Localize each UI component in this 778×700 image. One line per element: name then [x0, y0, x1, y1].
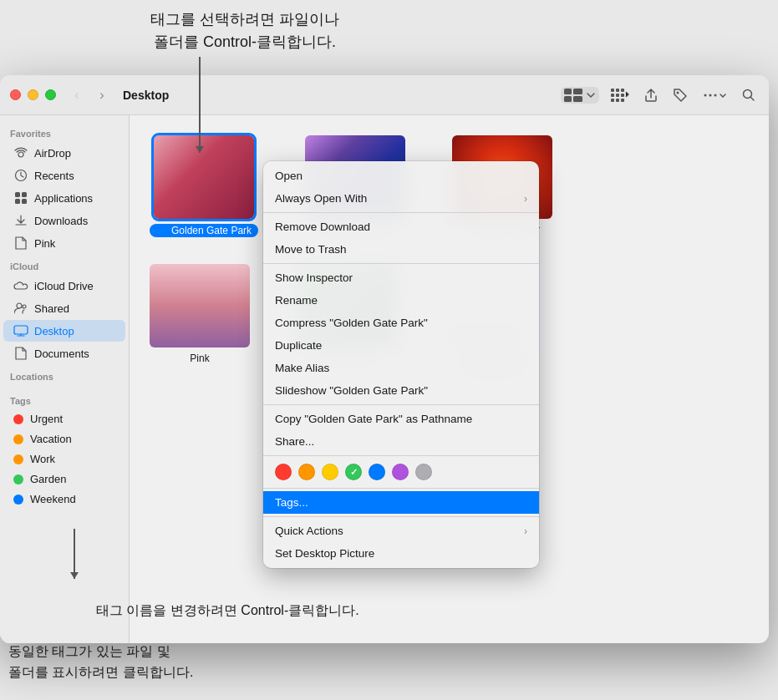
close-button[interactable]: [10, 89, 21, 100]
menu-make-alias[interactable]: Make Alias: [263, 357, 539, 379]
window-title: Desktop: [123, 89, 561, 102]
menu-tags[interactable]: Tags...: [263, 491, 539, 514]
color-dot-blue[interactable]: [369, 464, 385, 480]
svg-rect-26: [14, 326, 28, 334]
svg-rect-22: [15, 199, 20, 204]
more-button[interactable]: [699, 87, 730, 104]
color-dot-orange[interactable]: [298, 464, 315, 480]
sidebar-item-desktop[interactable]: Desktop: [3, 320, 125, 342]
sidebar-item-icloud-drive[interactable]: iCloud Drive: [3, 275, 125, 297]
menu-copy-pathname[interactable]: Copy "Golden Gate Park" as Pathname: [263, 408, 539, 430]
sidebar-item-applications[interactable]: Applications: [3, 187, 125, 209]
maximize-button[interactable]: [45, 89, 56, 100]
svg-rect-0: [564, 89, 572, 94]
menu-share[interactable]: Share...: [263, 430, 539, 453]
vacation-label: Vacation: [30, 433, 72, 445]
color-dot-green[interactable]: [345, 464, 362, 480]
sidebar-item-tag-garden[interactable]: Garden: [3, 469, 125, 489]
menu-quick-actions[interactable]: Quick Actions ›: [263, 520, 539, 542]
applications-icon: [13, 190, 28, 205]
menu-show-inspector[interactable]: Show Inspector: [263, 266, 539, 289]
color-dot-yellow[interactable]: [322, 464, 338, 480]
work-label: Work: [30, 453, 55, 465]
file-item-golden-gate[interactable]: Golden Gate Park: [143, 129, 265, 244]
sidebar-item-airdrop[interactable]: AirDrop: [3, 142, 125, 164]
icloud-drive-label: iCloud Drive: [34, 280, 94, 292]
sidebar-item-downloads[interactable]: Downloads: [3, 210, 125, 231]
icloud-label: iCloud: [0, 255, 129, 274]
menu-compress[interactable]: Compress "Golden Gate Park": [263, 312, 539, 334]
menu-tags-label: Tags...: [275, 496, 308, 509]
search-button[interactable]: [739, 87, 759, 104]
menu-remove-download-label: Remove Download: [275, 221, 370, 233]
always-open-arrow: ›: [524, 193, 527, 205]
weekend-label: Weekend: [30, 493, 76, 505]
svg-rect-8: [616, 94, 619, 97]
golden-gate-name-badge: Golden Gate Park: [150, 224, 258, 237]
color-dot-red[interactable]: [275, 464, 292, 480]
share-button[interactable]: [641, 86, 661, 104]
minimize-button[interactable]: [28, 89, 38, 100]
sep-3: [263, 404, 539, 405]
view-options-button[interactable]: [561, 87, 599, 104]
menu-open[interactable]: Open: [263, 165, 539, 187]
svg-rect-6: [621, 89, 624, 92]
svg-point-16: [714, 94, 717, 96]
recents-label: Recents: [34, 170, 74, 182]
back-button[interactable]: ‹: [66, 87, 88, 104]
menu-compress-label: Compress "Golden Gate Park": [275, 317, 428, 329]
sidebar-item-documents[interactable]: Documents: [3, 342, 125, 364]
sep-1: [263, 212, 539, 213]
callout-line-bottom: [74, 529, 75, 579]
menu-set-desktop[interactable]: Set Desktop Picture: [263, 542, 539, 565]
forward-button[interactable]: ›: [91, 87, 113, 104]
sep-5: [263, 488, 539, 489]
sidebar-item-tag-weekend[interactable]: Weekend: [3, 489, 125, 509]
quick-actions-arrow: ›: [524, 525, 527, 537]
menu-make-alias-label: Make Alias: [275, 362, 329, 374]
main-area: Favorites AirDrop: [0, 115, 769, 643]
group-by-button[interactable]: [608, 87, 633, 104]
menu-move-to-trash[interactable]: Move to Trash: [263, 238, 539, 261]
svg-point-15: [709, 94, 712, 96]
annotation-top: 태그를 선택하려면 파일이나 폴더를 Control-클릭합니다.: [150, 8, 339, 53]
desktop-icon: [13, 323, 28, 338]
file-item-pink[interactable]: Pink: [143, 257, 257, 383]
menu-remove-download[interactable]: Remove Download: [263, 216, 539, 238]
menu-rename[interactable]: Rename: [263, 289, 539, 312]
menu-slideshow-label: Slideshow "Golden Gate Park": [275, 384, 428, 397]
title-bar: ‹ › Desktop: [0, 75, 769, 115]
menu-share-label: Share...: [275, 435, 314, 448]
garden-label: Garden: [30, 473, 66, 485]
recents-icon: [13, 168, 28, 183]
sidebar-item-pink[interactable]: Pink: [3, 232, 125, 254]
sidebar-item-recents[interactable]: Recents: [3, 165, 125, 186]
color-dot-purple[interactable]: [392, 464, 409, 480]
svg-point-25: [23, 305, 26, 308]
annotation-bottom-right: 태그 이름을 변경하려면 Control-클릭합니다.: [96, 601, 359, 621]
svg-point-13: [677, 91, 679, 94]
svg-rect-9: [621, 94, 624, 97]
sidebar-item-tag-work[interactable]: Work: [3, 449, 125, 469]
color-dot-gray[interactable]: [415, 464, 432, 480]
menu-duplicate[interactable]: Duplicate: [263, 334, 539, 357]
svg-rect-2: [564, 96, 572, 102]
tag-button[interactable]: [669, 86, 691, 104]
menu-rename-label: Rename: [275, 294, 318, 307]
menu-copy-pathname-label: Copy "Golden Gate Park" as Pathname: [275, 413, 472, 425]
sidebar-item-shared[interactable]: Shared: [3, 297, 125, 319]
golden-gate-label: Golden Gate Park: [171, 225, 252, 236]
work-dot: [13, 454, 23, 464]
menu-always-open-with[interactable]: Always Open With ›: [263, 187, 539, 210]
menu-open-label: Open: [275, 170, 303, 182]
downloads-label: Downloads: [34, 215, 88, 227]
sidebar-item-tag-vacation[interactable]: Vacation: [3, 429, 125, 449]
sidebar-item-tag-urgent[interactable]: Urgent: [3, 409, 125, 429]
airdrop-label: AirDrop: [34, 147, 71, 160]
menu-slideshow[interactable]: Slideshow "Golden Gate Park": [263, 379, 539, 402]
urgent-label: Urgent: [30, 413, 63, 425]
urgent-dot: [13, 414, 23, 424]
icloud-drive-icon: [13, 278, 28, 293]
color-dots-row: [263, 459, 539, 485]
context-menu: Open Always Open With › Remove Download …: [263, 161, 539, 568]
